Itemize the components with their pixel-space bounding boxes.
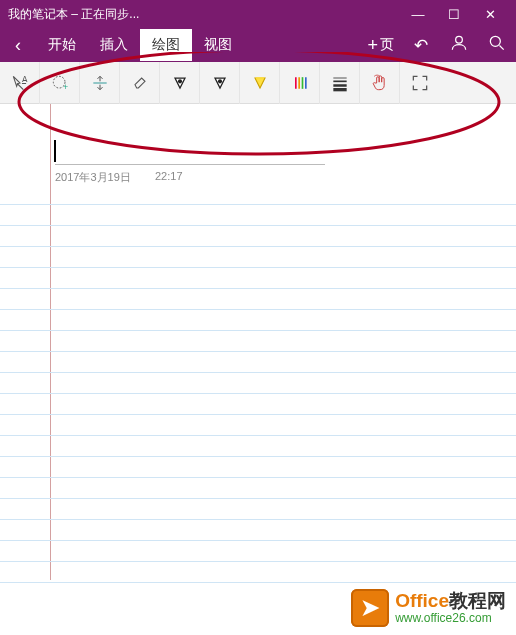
highlighter-icon xyxy=(250,73,270,93)
text-tool-button[interactable]: A̲ xyxy=(0,62,40,104)
ruled-line xyxy=(0,246,516,247)
draw-toolbar: A̲ + xyxy=(0,62,516,104)
svg-text:+: + xyxy=(63,81,68,91)
user-icon xyxy=(449,33,469,53)
ruled-line xyxy=(0,330,516,331)
fullscreen-icon xyxy=(410,73,430,93)
ruled-line xyxy=(0,561,516,562)
back-button[interactable]: ‹ xyxy=(0,35,36,56)
lines-icon xyxy=(330,73,350,93)
ruled-line xyxy=(0,477,516,478)
user-button[interactable] xyxy=(440,33,478,58)
eraser-button[interactable] xyxy=(120,62,160,104)
lasso-tool-button[interactable]: + xyxy=(40,62,80,104)
insert-space-button[interactable] xyxy=(80,62,120,104)
lasso-icon: + xyxy=(50,73,70,93)
touch-draw-button[interactable] xyxy=(360,62,400,104)
ruled-line xyxy=(0,456,516,457)
eraser-icon xyxy=(130,73,150,93)
text-cursor xyxy=(54,140,56,162)
ruled-line xyxy=(0,414,516,415)
titlebar: 我的笔记本 – 正在同步... — ☐ ✕ xyxy=(0,0,516,28)
space-icon xyxy=(90,73,110,93)
search-button[interactable] xyxy=(478,33,516,58)
minimize-button[interactable]: — xyxy=(400,7,436,22)
undo-button[interactable]: ↶ xyxy=(402,35,440,56)
ruled-line xyxy=(0,498,516,499)
ruled-line xyxy=(0,267,516,268)
title-underline xyxy=(55,164,325,165)
search-icon xyxy=(487,33,507,53)
pen-icon xyxy=(210,73,230,93)
tab-view[interactable]: 视图 xyxy=(192,29,244,61)
ruled-line xyxy=(0,519,516,520)
logo-text-2: 教程网 xyxy=(449,590,506,611)
svg-text:A̲: A̲ xyxy=(20,75,27,84)
tab-draw[interactable]: 绘图 xyxy=(140,29,192,61)
pen-icon xyxy=(170,73,190,93)
pen-black-button[interactable] xyxy=(160,62,200,104)
pen-black2-button[interactable] xyxy=(200,62,240,104)
ruled-line xyxy=(0,288,516,289)
tab-start[interactable]: 开始 xyxy=(36,29,88,61)
close-button[interactable]: ✕ xyxy=(472,7,508,22)
ruled-line xyxy=(0,540,516,541)
ruled-line xyxy=(0,351,516,352)
svg-rect-9 xyxy=(255,77,263,79)
logo-url: www.office26.com xyxy=(395,612,506,625)
page-time: 22:17 xyxy=(155,170,183,182)
maximize-button[interactable]: ☐ xyxy=(436,7,472,22)
add-page-button[interactable]: +页 xyxy=(359,35,402,56)
page-date: 2017年3月19日 xyxy=(55,170,131,185)
svg-point-8 xyxy=(217,79,221,83)
highlighter-button[interactable] xyxy=(240,62,280,104)
hand-icon xyxy=(370,73,390,93)
logo-badge: ➤ xyxy=(351,589,389,627)
fullscreen-button[interactable] xyxy=(400,62,440,104)
window-title: 我的笔记本 – 正在同步... xyxy=(8,6,400,23)
colors-icon xyxy=(290,73,310,93)
cursor-text-icon: A̲ xyxy=(10,73,30,93)
ribbon-tabs: ‹ 开始 插入 绘图 视图 +页 ↶ xyxy=(0,28,516,62)
svg-line-2 xyxy=(500,45,504,49)
svg-point-7 xyxy=(177,79,181,83)
ruled-line xyxy=(0,204,516,205)
ruled-line xyxy=(0,582,516,583)
svg-point-0 xyxy=(456,36,463,43)
ruled-line xyxy=(0,393,516,394)
ruled-line xyxy=(0,435,516,436)
line-thickness-button[interactable] xyxy=(320,62,360,104)
logo-text-1: Office xyxy=(395,590,449,611)
tab-insert[interactable]: 插入 xyxy=(88,29,140,61)
ruled-line xyxy=(0,372,516,373)
svg-point-1 xyxy=(490,36,500,46)
color-picker-button[interactable] xyxy=(280,62,320,104)
ruled-line xyxy=(0,309,516,310)
note-page[interactable]: 2017年3月19日 22:17 xyxy=(0,104,516,580)
margin-line xyxy=(50,104,51,580)
ruled-line xyxy=(0,225,516,226)
watermark-logo: ➤ Office教程网 www.office26.com xyxy=(351,589,506,627)
